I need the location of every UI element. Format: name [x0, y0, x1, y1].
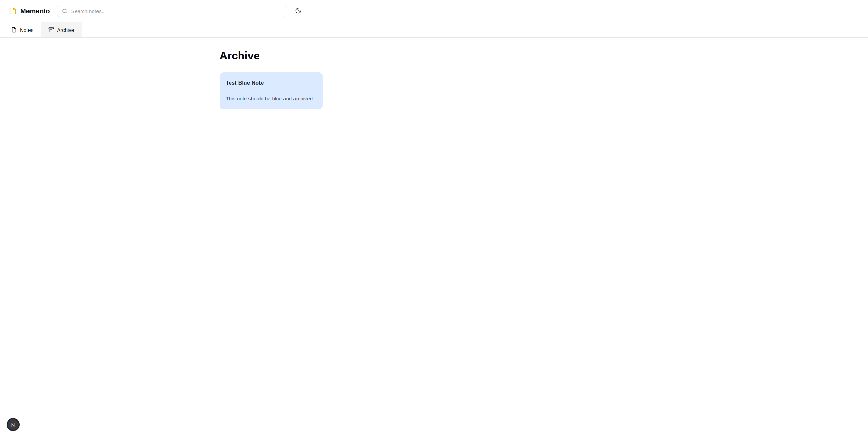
search-icon [62, 8, 68, 14]
note-title: Test Blue Note [226, 80, 316, 86]
tab-archive-label: Archive [57, 27, 74, 33]
search-box[interactable] [57, 5, 287, 17]
tab-archive[interactable]: Archive [41, 22, 82, 37]
theme-toggle-button[interactable] [292, 5, 304, 17]
moon-icon [295, 7, 302, 15]
app-logo: Memento [9, 7, 50, 15]
app-title: Memento [20, 7, 50, 15]
note-body: This note should be blue and archived [226, 95, 316, 102]
note-card[interactable]: Test Blue Note This note should be blue … [220, 72, 323, 109]
floating-n-badge-label: N [11, 422, 15, 428]
search-input[interactable] [71, 8, 282, 14]
archive-icon [48, 27, 54, 33]
tab-notes[interactable]: Notes [4, 22, 41, 37]
main-content: Archive Test Blue Note This note should … [220, 38, 649, 109]
app-header: Memento [0, 0, 868, 22]
sticky-note-icon [9, 7, 17, 15]
floating-n-badge[interactable]: N [7, 418, 20, 431]
page-title: Archive [220, 50, 649, 61]
tab-bar: Notes Archive [0, 22, 868, 38]
tab-notes-label: Notes [20, 27, 33, 33]
file-icon [11, 27, 17, 33]
notes-grid: Test Blue Note This note should be blue … [220, 72, 649, 109]
